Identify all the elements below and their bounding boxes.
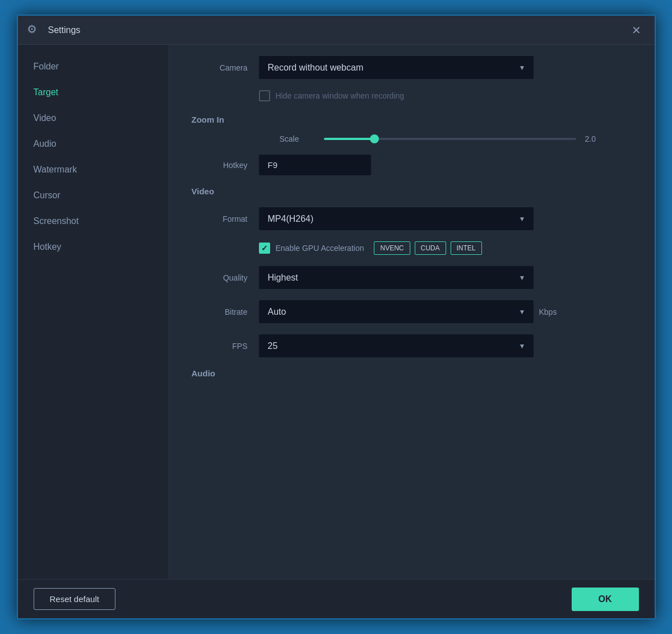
fps-dropdown[interactable]: 15 20 25 30 60 [259, 334, 534, 357]
fps-row: FPS 15 20 25 30 60 [192, 334, 632, 357]
hotkey-row: Hotkey [192, 155, 632, 175]
quality-dropdown[interactable]: Highest High Medium Low [259, 266, 534, 289]
fps-control: 15 20 25 30 60 [259, 334, 632, 357]
hide-camera-row: Hide camera window when recording [192, 90, 632, 101]
scale-value: 2.0 [585, 134, 602, 143]
camera-dropdown-wrapper: Record without webcam Use webcam [259, 56, 534, 79]
hotkey-input[interactable] [259, 155, 371, 175]
format-control: MP4(H264) MP4(H265) AVI MOV GIF [259, 207, 632, 230]
ok-button[interactable]: OK [572, 588, 639, 611]
gpu-nvenc-badge[interactable]: NVENC [374, 241, 410, 255]
bitrate-label: Bitrate [192, 307, 248, 316]
fps-label: FPS [192, 342, 248, 351]
content-area: Folder Target Video Audio Watermark Curs… [18, 45, 655, 579]
gpu-badges: NVENC CUDA INTEL [374, 241, 481, 255]
video-section: Video [192, 187, 632, 196]
fps-dropdown-wrapper: 15 20 25 30 60 [259, 334, 534, 357]
quality-row: Quality Highest High Medium Low [192, 266, 632, 289]
scale-slider-thumb[interactable] [370, 134, 379, 143]
gpu-row: ✓ Enable GPU Acceleration NVENC CUDA INT… [192, 241, 632, 255]
scale-label: Scale [259, 134, 299, 143]
sidebar-item-video[interactable]: Video [18, 105, 169, 131]
sidebar-item-cursor[interactable]: Cursor [18, 183, 169, 208]
video-section-label: Video [192, 187, 632, 196]
sidebar-item-folder[interactable]: Folder [18, 54, 169, 80]
zoom-section: Zoom In [192, 115, 632, 124]
quality-dropdown-wrapper: Highest High Medium Low [259, 266, 534, 289]
sidebar: Folder Target Video Audio Watermark Curs… [18, 45, 169, 579]
main-content: Camera Record without webcam Use webcam … [169, 45, 655, 579]
bitrate-dropdown-wrapper: Auto 500 1000 2000 4000 [259, 300, 534, 323]
hotkey-control [259, 155, 632, 175]
footer: Reset default OK [18, 579, 655, 618]
checkmark-icon: ✓ [261, 244, 268, 253]
camera-row: Camera Record without webcam Use webcam [192, 56, 632, 79]
scale-slider-fill [324, 138, 374, 140]
sidebar-item-audio[interactable]: Audio [18, 131, 169, 157]
camera-dropdown[interactable]: Record without webcam Use webcam [259, 56, 534, 79]
window-title: Settings [48, 25, 628, 35]
sidebar-item-screenshot[interactable]: Screenshot [18, 208, 169, 234]
reset-default-button[interactable]: Reset default [34, 588, 115, 610]
camera-control: Record without webcam Use webcam [259, 56, 632, 79]
gpu-cuda-badge[interactable]: CUDA [415, 241, 446, 255]
sidebar-item-hotkey[interactable]: Hotkey [18, 234, 169, 260]
audio-section: Audio [192, 369, 632, 378]
close-button[interactable]: ✕ [628, 21, 646, 39]
gpu-intel-badge[interactable]: INTEL [451, 241, 482, 255]
sidebar-item-target[interactable]: Target [18, 80, 169, 105]
audio-section-label: Audio [192, 369, 632, 378]
scale-slider-track[interactable] [324, 138, 576, 140]
bitrate-control: Auto 500 1000 2000 4000 Kbps [259, 300, 632, 323]
gpu-label: Enable GPU Acceleration [276, 244, 364, 253]
zoom-section-label: Zoom In [192, 115, 632, 124]
format-row: Format MP4(H264) MP4(H265) AVI MOV GIF [192, 207, 632, 230]
hotkey-label: Hotkey [192, 161, 248, 170]
settings-icon: ⚙ [27, 22, 43, 38]
hide-camera-label: Hide camera window when recording [276, 91, 405, 100]
gpu-checkbox-wrap: ✓ Enable GPU Acceleration NVENC CUDA INT… [259, 241, 482, 255]
camera-label: Camera [192, 63, 248, 72]
gpu-checkbox[interactable]: ✓ [259, 243, 270, 254]
hide-camera-checkbox-wrap: Hide camera window when recording [259, 90, 405, 101]
settings-window: ⚙ Settings ✕ Folder Target Video Audio W… [17, 15, 656, 619]
sidebar-item-watermark[interactable]: Watermark [18, 157, 169, 183]
format-dropdown-wrapper: MP4(H264) MP4(H265) AVI MOV GIF [259, 207, 534, 230]
format-label: Format [192, 215, 248, 223]
scale-row: Scale 2.0 [192, 134, 632, 143]
bitrate-unit-label: Kbps [539, 307, 557, 316]
hide-camera-checkbox[interactable] [259, 90, 270, 101]
title-bar: ⚙ Settings ✕ [18, 16, 655, 45]
bitrate-dropdown[interactable]: Auto 500 1000 2000 4000 [259, 300, 534, 323]
format-dropdown[interactable]: MP4(H264) MP4(H265) AVI MOV GIF [259, 207, 534, 230]
quality-control: Highest High Medium Low [259, 266, 632, 289]
bitrate-row: Bitrate Auto 500 1000 2000 4000 Kbps [192, 300, 632, 323]
quality-label: Quality [192, 273, 248, 282]
